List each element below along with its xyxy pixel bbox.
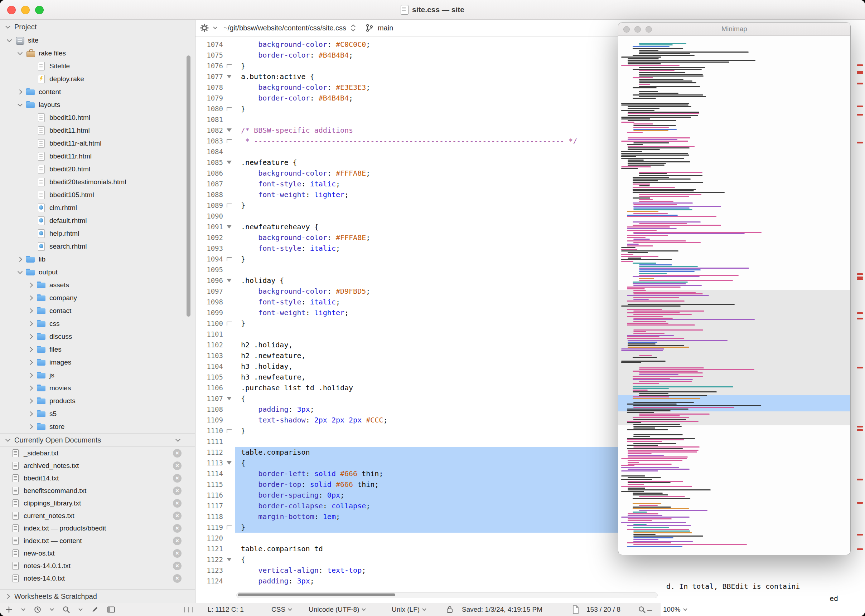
fold-open-triangle-icon[interactable] xyxy=(227,558,232,561)
open-document-item[interactable]: new-os.txt× xyxy=(0,547,195,559)
tree-item-lib[interactable]: lib xyxy=(0,253,195,266)
fold-gutter[interactable] xyxy=(223,222,235,232)
disclosure-triangle-icon[interactable] xyxy=(27,359,35,366)
recent-clock-icon[interactable] xyxy=(34,606,41,613)
fold-gutter[interactable] xyxy=(223,522,235,533)
fold-open-triangle-icon[interactable] xyxy=(227,461,232,465)
code-text[interactable]: table.comparison td xyxy=(235,544,660,554)
disclosure-triangle-icon[interactable] xyxy=(27,423,35,431)
disclosure-triangle-icon[interactable] xyxy=(6,37,13,44)
tree-item-files[interactable]: files xyxy=(0,343,195,356)
chevron-down-icon[interactable] xyxy=(4,23,11,30)
tree-item-bbedit11-html[interactable]: bbedit11.html xyxy=(0,124,195,137)
code-text[interactable]: border-color: #B4B4B4; xyxy=(235,50,660,60)
code-text[interactable]: border-collapse: collapse; xyxy=(235,500,660,511)
minimap-minimize-button[interactable] xyxy=(635,26,641,33)
tree-item-css[interactable]: css xyxy=(0,317,195,330)
code-text[interactable]: text-shadow: 2px 2px 2px #CCC; xyxy=(235,415,660,425)
disclosure-triangle-icon[interactable] xyxy=(27,385,35,392)
close-document-icon[interactable]: × xyxy=(173,462,181,470)
tree-item-content[interactable]: content xyxy=(0,85,195,98)
open-document-item[interactable]: index.txt — content× xyxy=(0,534,195,547)
line-ending-menu[interactable]: Unix (LF) xyxy=(392,603,427,616)
tree-item-site[interactable]: site xyxy=(0,34,195,47)
open-document-item[interactable]: _sidebar.txt× xyxy=(0,447,195,459)
code-text[interactable]: background-color: #C0C0C0; xyxy=(235,39,660,50)
disclosure-triangle-icon[interactable] xyxy=(16,101,24,108)
code-text[interactable]: .holiday { xyxy=(235,275,660,286)
code-text[interactable]: font-style: italic; xyxy=(235,297,660,307)
tree-item-bbedit105-html[interactable]: bbedit105.html xyxy=(0,189,195,201)
gear-icon[interactable] xyxy=(200,23,209,33)
tree-item-bbedit20-html[interactable]: bbedit20.html xyxy=(0,163,195,176)
code-text[interactable] xyxy=(235,436,660,447)
fold-open-triangle-icon[interactable] xyxy=(227,75,232,79)
search-menu-chevron-icon[interactable] xyxy=(78,607,83,612)
lock-icon[interactable] xyxy=(446,603,453,616)
tree-item-js[interactable]: js xyxy=(0,369,195,382)
tree-item-search-rhtml[interactable]: search.rhtml xyxy=(0,240,195,253)
tree-item-help-rhtml[interactable]: help.rhtml xyxy=(0,227,195,240)
fold-gutter[interactable] xyxy=(223,135,235,146)
close-document-icon[interactable]: × xyxy=(173,549,181,558)
code-text[interactable] xyxy=(235,146,660,157)
sidebar-toggle-icon[interactable] xyxy=(107,606,115,613)
code-text[interactable]: /* BBSW-specific additions xyxy=(235,125,660,135)
open-document-item[interactable]: notes-14.0.txt× xyxy=(0,572,195,585)
fold-open-triangle-icon[interactable] xyxy=(227,397,232,400)
document-proxy-icon[interactable] xyxy=(401,5,408,15)
code-text[interactable]: border-top: solid #666 thin; xyxy=(235,479,660,490)
clock-menu-chevron-icon[interactable] xyxy=(49,607,54,612)
tree-item-company[interactable]: company xyxy=(0,292,195,305)
code-text[interactable]: font-style: italic; xyxy=(235,179,660,189)
tree-item-rake-files[interactable]: rake files xyxy=(0,47,195,60)
code-text[interactable] xyxy=(235,114,660,125)
fold-gutter[interactable] xyxy=(223,457,235,468)
code-text[interactable]: border-spacing: 0px; xyxy=(235,490,660,500)
close-document-icon[interactable]: × xyxy=(173,562,181,570)
gear-menu-chevron-icon[interactable] xyxy=(213,25,218,30)
language-menu[interactable]: CSS xyxy=(271,603,293,616)
zoom-out-control[interactable]: – xyxy=(638,603,652,616)
fold-open-triangle-icon[interactable] xyxy=(227,160,232,164)
disclosure-triangle-icon[interactable] xyxy=(27,281,35,289)
tree-item-movies[interactable]: movies xyxy=(0,382,195,394)
open-document-item[interactable]: notes-14.0.1.txt× xyxy=(0,559,195,572)
open-document-item[interactable]: archived_notes.txt× xyxy=(0,459,195,472)
close-document-icon[interactable]: × xyxy=(173,499,181,508)
code-text[interactable]: font-style: italic; xyxy=(235,243,660,254)
code-text[interactable]: padding: 3px; xyxy=(235,575,660,586)
tree-item-store[interactable]: store xyxy=(0,420,195,433)
chevron-right-icon[interactable] xyxy=(4,593,11,600)
search-icon[interactable] xyxy=(62,606,70,613)
code-text[interactable]: h3 .holiday, xyxy=(235,361,660,372)
code-text[interactable]: border-left: solid #666 thin; xyxy=(235,468,660,479)
zoom-level-menu[interactable]: 100% xyxy=(663,603,688,616)
tree-item-bbedit10-html[interactable]: bbedit10.html xyxy=(0,111,195,124)
code-text[interactable]: font-weight: lighter; xyxy=(235,189,660,200)
fold-gutter[interactable] xyxy=(223,60,235,71)
fold-gutter[interactable] xyxy=(223,157,235,168)
disclosure-triangle-icon[interactable] xyxy=(27,294,35,302)
tree-item-contact[interactable]: contact xyxy=(0,305,195,317)
code-text[interactable]: background-color: #D9FBD5; xyxy=(235,286,660,297)
fold-gutter[interactable] xyxy=(223,275,235,286)
code-text[interactable]: } xyxy=(235,60,660,71)
code-text[interactable]: } xyxy=(235,425,660,436)
project-section-header[interactable]: Project xyxy=(0,20,195,34)
tree-item-images[interactable]: images xyxy=(0,356,195,369)
disclosure-triangle-icon[interactable] xyxy=(16,256,24,263)
code-text[interactable]: h2 .holiday, xyxy=(235,339,660,350)
open-document-item[interactable]: bbedit14.txt× xyxy=(0,472,195,484)
tree-item-sitefile[interactable]: Sitefile xyxy=(0,60,195,72)
git-branch-label[interactable]: main xyxy=(378,24,393,32)
close-document-icon[interactable]: × xyxy=(173,512,181,520)
code-text[interactable]: padding: 3px; xyxy=(235,404,660,415)
close-document-icon[interactable]: × xyxy=(173,524,181,533)
horizontal-scrollbar[interactable] xyxy=(236,592,658,598)
encoding-menu[interactable]: Unicode (UTF-8) xyxy=(309,603,366,616)
code-text[interactable]: margin-bottom: 1em; xyxy=(235,511,660,522)
tree-item-bbedit11r-alt-html[interactable]: bbedit11r-alt.html xyxy=(0,137,195,150)
document-icon[interactable] xyxy=(572,603,579,616)
tree-item-bbedit11r-html[interactable]: bbedit11r.html xyxy=(0,150,195,163)
